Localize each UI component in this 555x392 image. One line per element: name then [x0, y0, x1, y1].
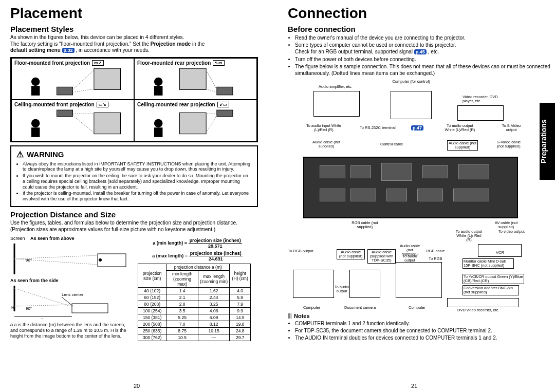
style-icon-cf: ▭↘ — [97, 102, 108, 107]
device-computer-1 — [293, 270, 334, 298]
notes-heading: Notes — [288, 313, 555, 319]
diagram-as-seen-side: Lens center H 90° a — [10, 283, 134, 319]
svg-point-2 — [31, 77, 40, 86]
svg-text:90°: 90° — [26, 306, 32, 311]
svg-rect-9 — [57, 110, 73, 116]
diagram-ceiling-rear — [137, 107, 254, 139]
proj-intro: Use the figures, tables, and formulas be… — [10, 220, 257, 233]
side-tab-preparations: Preparations — [540, 103, 555, 180]
svg-rect-11 — [31, 127, 40, 137]
svg-line-23 — [62, 297, 73, 306]
table-row: 200 (508)7.08.1219.8 — [138, 321, 251, 328]
svg-rect-4 — [180, 68, 207, 89]
device-video-recorder — [457, 105, 504, 121]
styles-intro: As shown in the figures below, this devi… — [10, 34, 257, 54]
table-row: 40 (102)1.41.624.0 — [138, 288, 251, 294]
formula-min: a (min length) = projection size (inches… — [138, 238, 257, 249]
svg-rect-3 — [31, 86, 40, 96]
warning-item: Always obey the instructions listed in I… — [23, 161, 252, 173]
ref-p47: p.47 — [411, 125, 423, 130]
warning-box: ⚠WARNING Always obey the instructions li… — [10, 145, 258, 208]
page-number-left: 20 — [134, 383, 140, 389]
svg-rect-12 — [180, 113, 207, 134]
device-doc-camera — [349, 270, 380, 298]
diagram-ceiling-front — [14, 107, 131, 139]
svg-point-6 — [154, 77, 163, 86]
svg-rect-7 — [154, 86, 163, 96]
svg-rect-15 — [154, 127, 163, 137]
ref-p32: p.32 — [62, 48, 75, 53]
device-audio-amp — [313, 91, 360, 117]
table-row: 100 (254)3.54.069.9 — [138, 308, 251, 314]
diagram-as-seen-above: 90° — [10, 241, 134, 277]
section-before-connection: Before connection — [288, 25, 555, 33]
svg-rect-5 — [217, 87, 233, 95]
right-page: Connection Before connection Read the ow… — [278, 0, 555, 392]
left-page: Placement Placement Styles As shown in t… — [0, 0, 267, 392]
svg-point-18 — [99, 258, 102, 262]
distance-table: projection size (cm) projection distance… — [138, 264, 251, 341]
section-placement-styles: Placement Styles — [10, 25, 257, 33]
ref-p45: p.45 — [414, 49, 427, 54]
table-row: 250 (635)8.7510.1524.8 — [138, 328, 251, 334]
page-number-right: 21 — [411, 383, 417, 389]
table-row: 300 (762)10.5—29.7 — [138, 334, 251, 341]
diagram-floor-front — [14, 66, 131, 98]
style-ceiling-rear: Ceiling-mounted rear projection↙▭ — [134, 100, 257, 141]
style-icon-ff: ▭↗ — [92, 60, 104, 66]
formula-max: a (max length) = projection size (inches… — [138, 251, 257, 262]
style-ceiling-front: Ceiling-mounted front projection▭↘ — [11, 100, 134, 141]
svg-point-10 — [31, 119, 40, 127]
proj-formulas-col: a (min length) = projection size (inches… — [138, 236, 257, 341]
style-icon-cr: ↙▭ — [217, 102, 229, 107]
notes-list: COMPUTER terminals 1 and 2 function iden… — [295, 320, 555, 341]
projector-back-panel — [303, 157, 518, 218]
page-title-right: Connection — [288, 5, 555, 22]
proj-footnote: a a is the distance (m) between the lens… — [10, 322, 134, 339]
style-icon-fr: ↖▭ — [213, 60, 225, 66]
notes-marker-icon — [288, 313, 292, 319]
warning-item: If the projector is ceiling-mounted, ins… — [23, 191, 252, 202]
table-row: 80 (203)2.83.257.9 — [138, 301, 251, 308]
connection-diagram: Audio amplifier, etc. Computer (for cont… — [288, 80, 533, 311]
svg-rect-13 — [217, 110, 233, 116]
svg-point-14 — [154, 119, 163, 127]
before-connection-list: Read the owner's manual of the device yo… — [295, 34, 555, 77]
diagram-floor-rear — [137, 66, 254, 98]
svg-text:a: a — [41, 317, 44, 319]
warning-list: Always obey the instructions listed in I… — [23, 161, 252, 202]
device-dvd — [447, 298, 519, 307]
svg-rect-17 — [98, 254, 126, 267]
table-row: 60 (152)2.12.445.9 — [138, 294, 251, 301]
svg-text:Lens center: Lens center — [62, 292, 83, 297]
device-computer-control — [391, 91, 432, 119]
style-floor-front: Floor-mounted front projection▭↗ — [11, 58, 134, 100]
svg-rect-0 — [94, 68, 121, 89]
page-title-left: Placement — [10, 5, 257, 22]
section-projection-distance: Projection Distance and Size — [10, 210, 257, 219]
warning-item: If you wish to mount the projector on th… — [23, 173, 252, 190]
placement-styles-grid: Floor-mounted front projection▭↗ Floor-m… — [10, 57, 258, 142]
device-computer-2 — [396, 262, 442, 298]
style-floor-rear: Floor-mounted rear projection↖▭ — [134, 58, 257, 100]
svg-text:90°: 90° — [26, 258, 32, 263]
warning-icon: ⚠ — [16, 150, 24, 159]
svg-rect-21 — [72, 304, 108, 313]
svg-rect-1 — [57, 87, 73, 95]
svg-rect-8 — [94, 113, 121, 134]
svg-text:H: H — [11, 305, 14, 310]
table-row: 150 (381)5.256.0914.9 — [138, 314, 251, 321]
proj-diagrams-col: Screen As seen from above 90° As seen fr… — [10, 236, 134, 341]
